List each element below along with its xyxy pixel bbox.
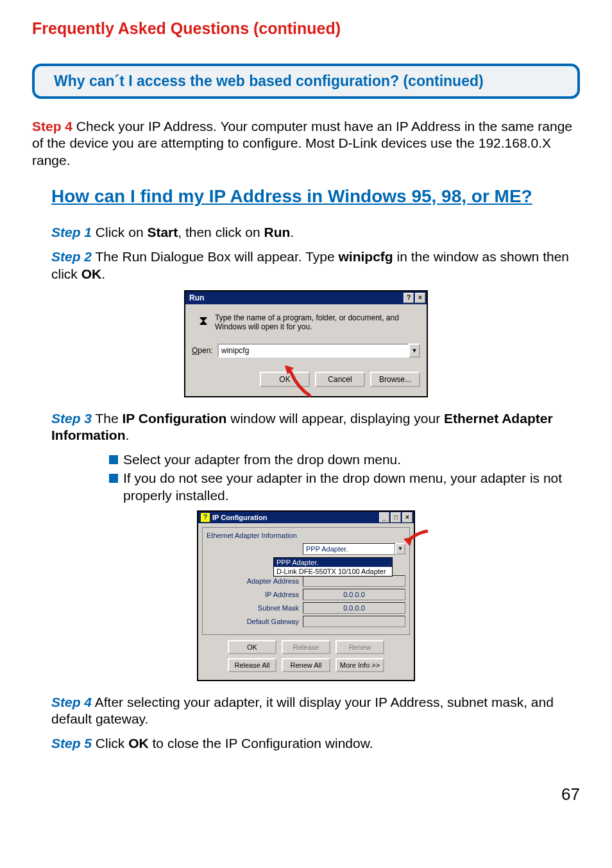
browse-button[interactable]: Browse... (370, 372, 420, 387)
dropdown-icon[interactable]: ▼ (409, 343, 420, 358)
cancel-button[interactable]: Cancel (315, 372, 365, 387)
val-subnet-mask: 0.0.0.0 (303, 602, 405, 614)
renew-all-button[interactable]: Renew All (282, 658, 330, 672)
bullet-text: If you do not see your adapter in the dr… (123, 470, 580, 504)
adapter-dropdown-list[interactable]: PPP Adapter. D-Link DFE-550TX 10/100 Ada… (273, 557, 393, 577)
adapter-select[interactable]: PPP Adapter. (303, 543, 395, 555)
bullet-icon (109, 455, 118, 464)
help-icon[interactable]: ? (404, 293, 414, 303)
bullet-icon (109, 474, 118, 483)
option-dlink[interactable]: D-Link DFE-550TX 10/100 Adapter (274, 567, 392, 576)
step-text: Check your IP Address. Your computer mus… (32, 119, 572, 168)
bullet-1: Select your adapter from the drop down m… (109, 451, 580, 468)
bullet-2: If you do not see your adapter in the dr… (109, 470, 580, 504)
step-label: Step 4 (32, 119, 72, 134)
lbl-subnet-mask: Subnet Mask (207, 604, 303, 612)
sub-step5: Step 5 Click OK to close the IP Configur… (51, 735, 580, 752)
t: to close the IP Configuration window. (149, 736, 373, 751)
run-icon: ⧗ (192, 313, 215, 332)
t: Start (147, 225, 178, 239)
step-label: Step 4 (51, 695, 92, 709)
step4-paragraph: Step 4 Check your IP Address. Your compu… (32, 118, 580, 169)
fieldset-legend: Ethernet Adapter Information (207, 532, 405, 539)
t: Run (264, 225, 290, 239)
close-icon[interactable]: × (415, 293, 425, 303)
app-icon: ? (201, 513, 210, 522)
ok-button[interactable]: OK (228, 640, 276, 654)
close-icon[interactable]: × (402, 512, 412, 523)
val-ip-address: 0.0.0.0 (303, 589, 405, 600)
more-info-button[interactable]: More Info >> (336, 658, 384, 672)
lbl-adapter-address: Adapter Address (207, 577, 303, 585)
lbl-default-gateway: Default Gateway (207, 618, 303, 625)
step-label: Step 5 (51, 736, 92, 751)
t: IP Configuration (123, 411, 227, 426)
run-dialog: Run ? × ⧗ Type the name of a program, fo… (184, 290, 428, 397)
t: Click on (92, 225, 147, 239)
arrow-icon (285, 365, 317, 397)
open-label: Open: (192, 346, 217, 355)
callout-text: Why can´t I access the web based configu… (54, 73, 484, 89)
t: . (126, 428, 130, 442)
page-title: Frequently Asked Questions (continued) (32, 19, 580, 38)
sub-step4: Step 4 After selecting your adapter, it … (51, 694, 580, 728)
subheading: How can I find my IP Address in Windows … (51, 185, 580, 208)
bullet-text: Select your adapter from the drop down m… (123, 451, 580, 468)
ipconfig-titlebar: ? IP Configuration _ □ × (198, 512, 414, 523)
release-all-button[interactable]: Release All (228, 658, 276, 672)
sub-step2: Step 2 The Run Dialogue Box will appear.… (51, 248, 580, 282)
maximize-icon[interactable]: □ (391, 512, 401, 523)
release-button[interactable]: Release (282, 640, 330, 654)
svg-marker-1 (404, 537, 412, 546)
step-label: Step 2 (51, 249, 92, 264)
t: OK (128, 736, 149, 751)
t: window will appear, displaying your (226, 411, 444, 426)
t: The Run Dialogue Box will appear. Type (92, 249, 338, 264)
run-title: Run (189, 293, 204, 302)
t: The (92, 411, 122, 426)
sub-step1: Step 1 Click on Start, then click on Run… (51, 224, 580, 241)
lbl-ip-address: IP Address (207, 591, 303, 598)
page-number: 67 (32, 785, 580, 804)
val-adapter-address (303, 575, 405, 587)
option-ppp[interactable]: PPP Adapter. (274, 558, 392, 567)
ipconfig-window: ? IP Configuration _ □ × Ethernet Adapte… (197, 510, 415, 681)
minimize-icon[interactable]: _ (379, 512, 389, 523)
t: Click (92, 736, 128, 751)
step-label: Step 3 (51, 411, 92, 426)
run-message: Type the name of a program, folder, or d… (215, 313, 420, 332)
t: . (290, 225, 294, 239)
ipconfig-title: IP Configuration (212, 514, 267, 521)
renew-button[interactable]: Renew (336, 640, 384, 654)
t: After selecting your adapter, it will di… (51, 695, 554, 726)
val-default-gateway (303, 616, 405, 627)
callout-box: Why can´t I access the web based configu… (32, 64, 580, 99)
sub-step3: Step 3 The IP Configuration window will … (51, 410, 580, 444)
arrow-icon (404, 530, 429, 549)
open-input[interactable] (217, 343, 409, 358)
t: winipcfg (339, 249, 393, 264)
run-titlebar: Run ? × (185, 291, 427, 304)
step-label: Step 1 (51, 225, 92, 239)
t: OK (81, 266, 102, 281)
t: . (101, 266, 105, 281)
t: , then click on (178, 225, 264, 239)
